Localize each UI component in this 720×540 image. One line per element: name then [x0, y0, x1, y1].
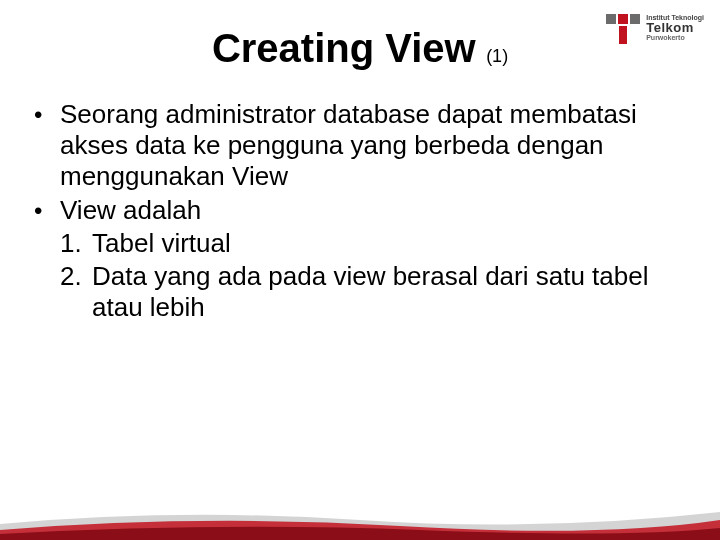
- bullet-marker-icon: [34, 99, 60, 193]
- slide: Institut Teknologi Telkom Purwokerto Cre…: [0, 0, 720, 540]
- institution-logo: Institut Teknologi Telkom Purwokerto: [606, 14, 704, 44]
- item-text: Tabel virtual: [92, 228, 672, 259]
- bullet-item: View adalah: [34, 195, 672, 226]
- bullet-text: View adalah: [60, 195, 672, 226]
- bullet-marker-icon: [34, 195, 60, 226]
- title-sub: (1): [486, 46, 508, 66]
- telkom-t-icon: [606, 14, 640, 44]
- list-item: 1. Tabel virtual: [60, 228, 672, 259]
- bullet-item: Seorang administrator database dapat mem…: [34, 99, 672, 193]
- slide-title: Creating View (1): [28, 26, 692, 71]
- list-item: 2. Data yang ada pada view berasal dari …: [60, 261, 672, 323]
- title-main: Creating View: [212, 26, 476, 70]
- logo-line2: Telkom: [646, 21, 704, 34]
- logo-line3: Purwokerto: [646, 34, 704, 41]
- bullet-text: Seorang administrator database dapat mem…: [60, 99, 672, 193]
- slide-content: Seorang administrator database dapat mem…: [28, 99, 692, 323]
- logo-text: Institut Teknologi Telkom Purwokerto: [646, 14, 704, 41]
- item-text: Data yang ada pada view berasal dari sat…: [92, 261, 672, 323]
- item-number: 2.: [60, 261, 92, 323]
- numbered-list: 1. Tabel virtual 2. Data yang ada pada v…: [60, 228, 672, 324]
- footer-decoration-icon: [0, 500, 720, 540]
- item-number: 1.: [60, 228, 92, 259]
